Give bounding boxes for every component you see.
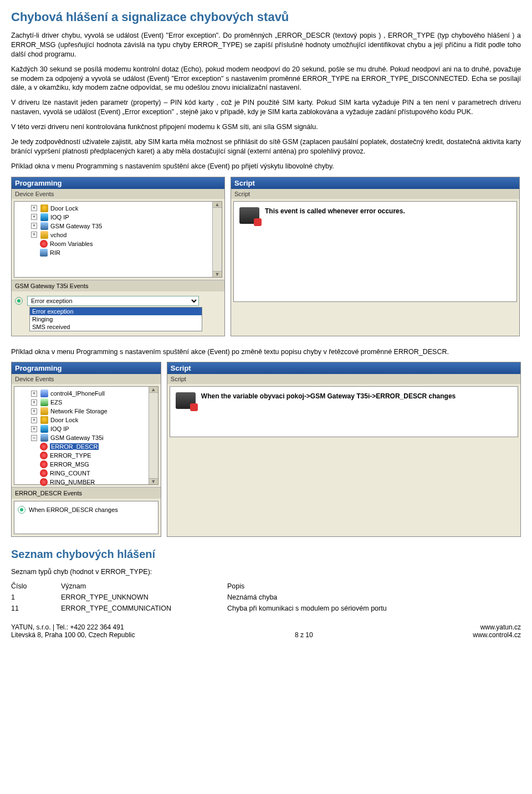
page-footer: YATUN, s.r.o. | Tel.: +420 222 364 491 L… <box>11 623 521 639</box>
expand-icon[interactable]: + <box>31 205 37 211</box>
expand-icon[interactable]: + <box>31 391 37 397</box>
variable-icon <box>40 478 48 486</box>
col-header: Číslo <box>11 582 44 590</box>
device-icon <box>40 213 48 221</box>
device-events-label: Device Events <box>12 189 224 199</box>
col-header: Význam <box>61 582 211 590</box>
lock-icon <box>40 204 48 212</box>
list-option[interactable]: Ringing <box>30 315 202 323</box>
paragraph: Příklad okna v menu Programming s nastav… <box>11 347 521 357</box>
tree-item[interactable]: GSM Gateway T35 <box>50 223 102 229</box>
tree-item[interactable]: RIR <box>50 249 60 256</box>
tree-item[interactable]: vchod <box>50 232 66 238</box>
panel-title: Programming <box>12 362 161 374</box>
cell: 11 <box>11 605 44 612</box>
device-icon <box>40 222 48 230</box>
tree-item[interactable]: Door Lock <box>50 205 78 212</box>
lock-icon <box>40 416 48 424</box>
variable-icon <box>40 469 48 477</box>
device-events-label: Device Events <box>12 374 161 384</box>
expand-icon[interactable]: + <box>31 399 37 406</box>
expand-icon[interactable]: + <box>31 426 37 432</box>
paragraph: Zachytí-li driver chybu, vyvolá se událo… <box>11 31 521 59</box>
cell: ERROR_TYPE_UNKNOWN <box>61 593 211 601</box>
panel-title: Script <box>231 177 519 189</box>
list-option-selected[interactable]: Error exception <box>30 308 202 315</box>
paragraph: Příklad okna v menu Programming s nastav… <box>11 162 521 171</box>
script-action-icon <box>239 207 259 224</box>
tree-item[interactable]: IOQ IP <box>50 214 69 221</box>
event-combobox[interactable]: Error exception <box>27 296 199 306</box>
tree-item[interactable]: control4_IPhoneFull <box>50 390 105 397</box>
section-heading: Seznam chybových hlášení <box>11 548 521 561</box>
scrollbar[interactable] <box>212 202 222 277</box>
script-sub-label: Script <box>167 374 520 384</box>
device-icon <box>40 425 48 433</box>
cell: Neznámá chyba <box>227 593 277 601</box>
expand-icon[interactable]: + <box>31 417 37 423</box>
script-description: This event is called whenever error occu… <box>265 207 405 215</box>
script-panel: Script Script When the variable obyvaci … <box>167 362 521 537</box>
list-option[interactable]: SMS received <box>30 323 202 331</box>
tree-item[interactable]: Network File Storage <box>50 408 108 414</box>
script-body[interactable]: This event is called whenever error occu… <box>233 201 517 302</box>
device-tree[interactable]: +Door Lock +IOQ IP +GSM Gateway T35 +vch… <box>14 201 222 278</box>
table-row: 11 ERROR_TYPE_COMMUNICATION Chyba při ko… <box>11 605 521 612</box>
page-heading: Chybová hlášení a signalizace chybových … <box>11 10 521 24</box>
tree-item[interactable]: EZS <box>50 399 62 406</box>
storage-icon <box>40 407 48 415</box>
expand-icon[interactable]: + <box>31 223 37 229</box>
expand-icon[interactable]: + <box>31 232 37 238</box>
script-action-icon <box>176 392 196 409</box>
script-panel: Script Script This event is called whene… <box>231 177 520 336</box>
tree-item-selected[interactable]: ERROR_DESCR <box>50 443 99 450</box>
paragraph: V této verzi driveru není kontrolována f… <box>11 122 521 132</box>
collapse-icon[interactable]: – <box>31 435 37 441</box>
footer-url: www.yatun.cz <box>473 623 521 631</box>
cell: Chyba při komunikaci s modulem po sériov… <box>227 605 387 612</box>
footer-page-number: 8 z 10 <box>135 623 473 639</box>
event-listbox[interactable]: Error exception Ringing SMS received <box>29 307 202 331</box>
device-icon <box>40 249 48 257</box>
paragraph: Je tedy zodpovědností uživatele zajistit… <box>11 137 521 156</box>
cell: ERROR_TYPE_COMMUNICATION <box>61 605 211 612</box>
footer-right: www.yatun.cz www.control4.cz <box>473 623 521 639</box>
events-section-label: GSM Gateway T35i Events <box>12 280 224 291</box>
event-item[interactable]: When ERROR_DESCR changes <box>29 506 118 513</box>
tree-item[interactable]: RING_NUMBER <box>50 479 95 485</box>
expand-icon[interactable]: + <box>31 408 37 414</box>
footer-company: YATUN, s.r.o. | Tel.: +420 222 364 491 <box>11 623 135 631</box>
paragraph: V driveru lze nastavit jeden parametr (p… <box>11 98 521 117</box>
tree-item[interactable]: ERROR_MSG <box>50 461 89 468</box>
script-sub-label: Script <box>231 189 519 199</box>
panel-title: Programming <box>12 177 224 189</box>
device-tree[interactable]: +control4_IPhoneFull +EZS +Network File … <box>14 386 158 485</box>
variable-icon <box>40 443 48 450</box>
expand-icon[interactable]: + <box>31 214 37 220</box>
variable-icon <box>40 452 48 459</box>
radio-selected[interactable] <box>18 506 25 514</box>
tree-item[interactable]: GSM Gateway T35i <box>50 434 104 441</box>
scrollbar[interactable] <box>149 387 158 484</box>
footer-url: www.control4.cz <box>473 631 521 639</box>
tree-item[interactable]: IOQ IP <box>50 426 69 432</box>
tree-item[interactable]: Room Variables <box>50 240 93 247</box>
col-header: Popis <box>227 582 244 590</box>
tree-item[interactable]: Door Lock <box>50 417 78 423</box>
variable-icon <box>40 240 48 248</box>
device-icon <box>40 390 48 397</box>
programming-example-1: Programming Device Events +Door Lock +IO… <box>11 177 521 336</box>
script-description: When the variable obyvaci pokoj->GSM Gat… <box>201 392 456 400</box>
device-icon <box>40 398 48 406</box>
tree-item[interactable]: RING_COUNT <box>50 470 90 477</box>
event-list[interactable]: When ERROR_DESCR changes <box>14 501 158 534</box>
script-body[interactable]: When the variable obyvaci pokoj->GSM Gat… <box>170 386 518 437</box>
events-section-label: ERROR_DESCR Events <box>12 487 161 499</box>
paragraph: Seznam typů chyb (hodnot v ERROR_TYPE): <box>11 567 521 577</box>
table-header: Číslo Význam Popis <box>11 582 521 590</box>
event-selector-area: Error exception Error exception Ringing … <box>12 291 224 336</box>
programming-example-2: Programming Device Events +control4_IPho… <box>11 362 521 537</box>
radio-selected[interactable] <box>15 297 23 305</box>
folder-icon <box>40 231 48 239</box>
tree-item[interactable]: ERROR_TYPE <box>50 452 91 459</box>
